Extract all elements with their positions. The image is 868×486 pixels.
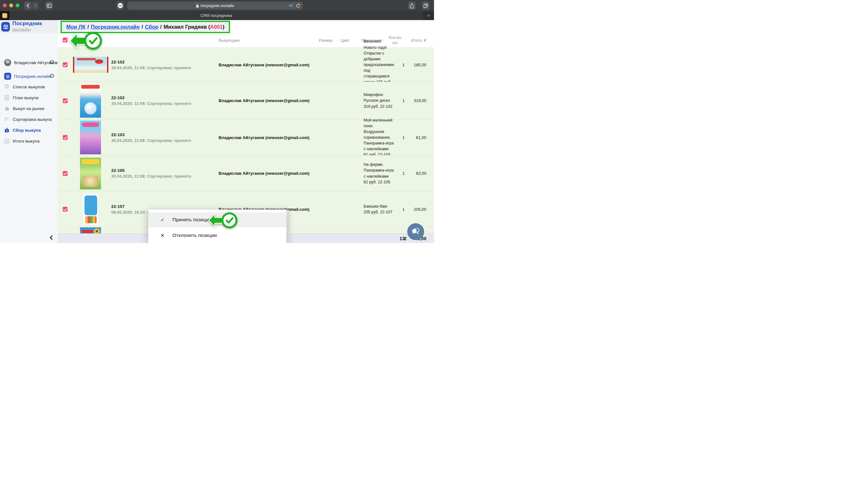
basket-icon <box>4 106 9 111</box>
buyer-cell: Владислав Айтуганов (newuser@gmail.com) <box>219 48 324 82</box>
total-cell: 205,00 <box>398 191 426 227</box>
crm-page: Посредник онлайн Владислав Айтуганов <box>0 20 434 243</box>
reload-icon[interactable] <box>296 3 300 8</box>
sidebar-item-buyout-collection[interactable]: Сбор выкупа <box>0 125 58 135</box>
chat-button[interactable] <box>407 223 424 240</box>
user-avatar <box>4 59 11 66</box>
site-favicon <box>2 13 7 18</box>
list-icon <box>4 95 9 100</box>
breadcrumb-link-collection[interactable]: Сбор <box>145 24 158 30</box>
storefront-logo-icon <box>1 22 10 32</box>
svg-text:ABP: ABP <box>119 5 122 7</box>
forward-button[interactable] <box>32 2 39 9</box>
menu-item-decline-positions[interactable]: ✕ Отклонить позиции <box>148 228 286 243</box>
address-bar[interactable]: посредник.онлайн <box>127 2 303 9</box>
adblock-plus-button[interactable]: ABP <box>117 2 124 9</box>
chevron-left-icon <box>26 3 29 8</box>
wish-cell: На ферме. Панорамка-игра с наклейками 62… <box>364 155 394 191</box>
breadcrumb-bar: Мои ЛК / Посредник.онлайн / Сбор / Михаи… <box>58 20 434 33</box>
total-cell: 61,00 <box>398 120 426 155</box>
row-checkbox[interactable] <box>63 207 67 212</box>
row-checkbox[interactable] <box>63 98 67 103</box>
col-header-color: Цвет <box>337 33 353 48</box>
col-header-buyers: Выкупщики <box>219 33 240 48</box>
buyer-cell: Владислав Айтуганов (newuser@gmail.com) <box>219 155 324 191</box>
row-checkbox[interactable] <box>63 171 67 176</box>
logout-user-icon[interactable] <box>50 60 54 65</box>
table-row[interactable]: 22-10230.04.2020, 11:08: Сортировка: при… <box>58 48 434 82</box>
cart-plus-icon <box>4 84 9 89</box>
table-row[interactable]: 22-10230.04.2020, 11:08: Сортировка: при… <box>58 82 434 119</box>
order-number: 22-107 <box>111 204 194 209</box>
total-cell: 185,00 <box>398 48 426 82</box>
select-all-checkbox[interactable] <box>63 38 67 42</box>
pinned-tab[interactable] <box>0 11 9 20</box>
product-image <box>80 158 101 190</box>
client-code: A001 <box>210 24 222 30</box>
sidebar-panel-icon <box>47 4 52 8</box>
order-number: 22-105 <box>111 168 194 173</box>
back-button[interactable] <box>24 2 31 9</box>
order-number: 22-103 <box>111 132 194 137</box>
close-window-button[interactable] <box>3 3 7 7</box>
wish-cell: Баюшки-баю 205 руб. 22-107 <box>364 191 394 227</box>
row-checkbox[interactable] <box>63 135 67 140</box>
tab-overview-button[interactable] <box>422 2 429 9</box>
order-number: 22-102 <box>111 95 194 100</box>
row-checkbox[interactable] <box>63 62 67 67</box>
product-image <box>73 57 108 73</box>
logo-text-secondary: онлайн <box>12 27 31 33</box>
order-status: 30.04.2020, 11:08: Сортировка: принято <box>111 65 194 70</box>
breadcrumb-separator: / <box>87 24 89 30</box>
tab-strip: CRM посредника <box>0 11 434 20</box>
sidebar-item-buyout-plan[interactable]: План выкупа <box>0 93 58 103</box>
new-tab-button[interactable] <box>423 11 434 20</box>
popup-scrollbar[interactable] <box>288 210 290 242</box>
chat-bubbles-icon <box>411 228 420 236</box>
minimize-window-button[interactable] <box>9 3 13 7</box>
sidebar-item-buyout-sorting[interactable]: Сортировка выкупа <box>0 114 58 124</box>
user-row[interactable]: Владислав Айтуганов <box>0 58 58 67</box>
buyer-cell: Владислав Айтуганов (newuser@gmail.com) <box>219 82 324 119</box>
order-status: 30.04.2020, 11:08: Сортировка: принято <box>111 174 194 179</box>
wish-cell: Веселого Нового года! Открытки с добрыми… <box>364 48 394 82</box>
share-icon <box>410 3 414 8</box>
audio-playing-icon[interactable] <box>289 3 293 8</box>
sidebar-toggle-button[interactable] <box>45 2 53 9</box>
sort-lines-icon <box>4 117 9 121</box>
share-button[interactable] <box>408 2 415 9</box>
app-logo[interactable]: Посредник онлайн <box>0 20 58 33</box>
annotation-pointer-select-all <box>69 30 106 51</box>
tabs-icon <box>424 3 428 8</box>
plus-icon <box>427 14 431 18</box>
active-tab[interactable]: CRM посредника <box>9 11 423 20</box>
zoom-window-button[interactable] <box>16 3 20 7</box>
product-image <box>80 227 101 233</box>
account-name: Посредник.онлайн <box>14 74 51 79</box>
browser-toolbar: ABP посредник.онлайн <box>0 0 434 11</box>
sidebar-collapse-button[interactable] <box>49 234 54 241</box>
total-cell: 62,00 <box>398 155 426 191</box>
table-row[interactable]: 22-10330.04.2020, 11:08: Сортировка: при… <box>58 119 434 155</box>
check-icon: ✓ <box>160 217 165 223</box>
sidebar-item-buyout-list[interactable]: Список выкупов <box>0 82 58 91</box>
wish-cell: Микрофон Русское диско 319 руб. 22-102 <box>364 82 394 119</box>
sidebar-item-market-buyout[interactable]: Выкуп на рынке <box>0 104 58 113</box>
table-row[interactable]: 22-10530.04.2020, 11:08: Сортировка: при… <box>58 155 434 191</box>
sidebar-item-label: Сбор выкупа <box>13 128 41 133</box>
breadcrumb-link-account[interactable]: Посредник.онлайн <box>91 24 140 30</box>
logout-account-icon[interactable] <box>50 73 54 79</box>
storefront-mini-icon <box>4 73 11 80</box>
order-status: 30.04.2020, 11:08: Сортировка: принято <box>111 138 194 143</box>
chevron-left-icon <box>50 235 53 240</box>
content-area: Мои ЛК / Посредник.онлайн / Сбор / Михаи… <box>58 20 434 243</box>
sidebar: Посредник онлайн Владислав Айтуганов <box>0 20 58 243</box>
sidebar-item-label: Выкуп на рынке <box>13 106 44 111</box>
col-header-size: Размер <box>316 33 335 48</box>
breadcrumb-link-my-lk[interactable]: Мои ЛК <box>66 24 85 30</box>
annotation-pointer-accept <box>208 211 242 230</box>
sidebar-item-buyout-results[interactable]: $ Итоги выкупа <box>0 136 58 146</box>
account-row[interactable]: Посредник.онлайн <box>0 72 58 81</box>
order-status: 30.04.2020, 11:08: Сортировка: принято <box>111 101 194 106</box>
sidebar-item-label: Итоги выкупа <box>13 139 39 143</box>
